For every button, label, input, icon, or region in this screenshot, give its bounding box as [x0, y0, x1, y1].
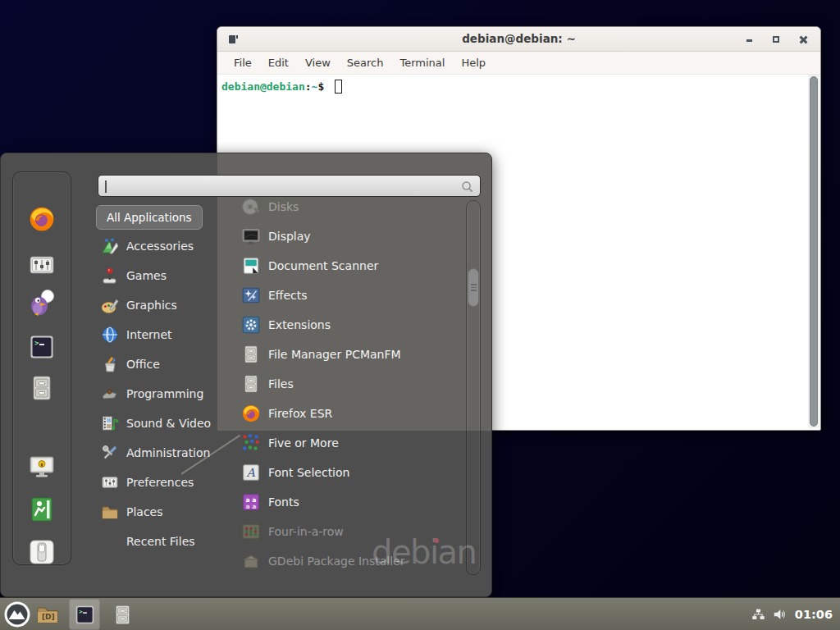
terminal-cursor [335, 80, 342, 94]
app-item-file-manager-pcmanfm[interactable]: File Manager PCManFM [218, 340, 464, 369]
app-item-font-selection[interactable]: AFont Selection [218, 458, 464, 487]
category-label: Programming [126, 387, 203, 400]
app-item-files[interactable]: Files [218, 369, 464, 399]
app-label: Firefox ESR [268, 407, 332, 420]
favorite-terminal[interactable]: > [28, 333, 56, 361]
document-scanner-icon [241, 256, 261, 276]
terminal-scrollbar[interactable] [808, 75, 819, 428]
favorite-pidgin[interactable] [28, 289, 56, 317]
category-games[interactable]: Games [91, 261, 219, 290]
app-item-firefox-esr[interactable]: Firefox ESR [218, 399, 464, 428]
app-item-display[interactable]: Display [218, 221, 464, 251]
menubar-item-file[interactable]: File [226, 54, 260, 71]
minimize-button[interactable] [742, 33, 756, 46]
category-sound-video[interactable]: Sound & Video [91, 409, 219, 438]
terminal-icon: > [28, 333, 56, 361]
menu-scrollbar[interactable] [466, 200, 481, 575]
app-item-four-in-a-row[interactable]: Four-in-a-row [218, 517, 464, 546]
file-cabinet-icon [241, 345, 261, 364]
volume-icon[interactable] [773, 607, 788, 622]
app-item-disks[interactable]: Disks [218, 192, 464, 221]
app-label: File Manager PCManFM [268, 348, 401, 361]
maximize-icon [773, 36, 779, 43]
settings-panel-icon [101, 473, 119, 491]
svg-text:[D]: [D] [42, 613, 55, 621]
app-item-extensions[interactable]: Extensions [218, 310, 464, 340]
games-icon [101, 267, 119, 285]
programming-icon [101, 385, 119, 403]
favorite-firefox[interactable] [28, 205, 56, 233]
app-item-fonts[interactable]: a aa aFonts [218, 487, 464, 517]
taskbar-files-button[interactable] [112, 604, 134, 626]
clock[interactable]: 01:06 [795, 608, 835, 621]
internet-icon [101, 326, 119, 344]
category-internet[interactable]: Internet [91, 320, 219, 349]
favorites-panel: > [12, 171, 71, 565]
office-icon [101, 355, 119, 373]
app-item-document-scanner[interactable]: Document Scanner [218, 251, 464, 281]
app-label: Fonts [268, 495, 299, 509]
category-programming[interactable]: Programming [91, 379, 219, 409]
terminal-scrollbar-thumb[interactable] [810, 76, 818, 427]
menubar-item-view[interactable]: View [297, 54, 339, 71]
close-button[interactable] [797, 33, 810, 46]
system-tray: 01:06 [751, 598, 835, 630]
gdebi-icon [241, 551, 261, 571]
app-label: GDebi Package Installer [268, 555, 404, 568]
taskbar: [D]> 01:06 [0, 597, 840, 630]
favorite-lock-screen[interactable] [28, 453, 56, 481]
network-icon[interactable] [751, 607, 765, 622]
fonts-icon: a aa a [241, 492, 261, 512]
app-item-effects[interactable]: Effects [218, 281, 464, 310]
display-icon [241, 226, 261, 246]
terminal-menubar: FileEditViewSearchTerminalHelp [217, 52, 820, 75]
logout-icon [28, 495, 56, 523]
prompt-separator: : [305, 80, 312, 93]
category-accessories[interactable]: Accessories [91, 231, 219, 261]
favorite-files[interactable] [28, 374, 56, 402]
favorite-logout[interactable] [28, 495, 56, 523]
app-label: Disks [268, 200, 299, 213]
favorite-settings[interactable] [28, 251, 56, 279]
menubar-item-search[interactable]: Search [339, 54, 392, 71]
svg-text:a a: a a [245, 503, 256, 510]
favorite-shutdown[interactable] [28, 538, 56, 566]
svg-text:A: A [246, 466, 256, 479]
app-item-gdebi-package-installer[interactable]: GDebi Package Installer [218, 546, 464, 576]
category-label: Office [126, 358, 160, 371]
firefox-icon [241, 404, 261, 423]
maximize-button[interactable] [769, 33, 783, 46]
menu-scrollbar-thumb[interactable] [468, 268, 479, 307]
font-selection-icon: A [241, 463, 261, 482]
taskbar-file-manager-button[interactable]: [D] [36, 603, 59, 626]
category-recent-files[interactable]: Recent Files [91, 527, 219, 556]
applications-menu: debian > All Applications AccessoriesGam… [0, 153, 492, 597]
category-label: Internet [126, 328, 172, 341]
category-office[interactable]: Office [91, 349, 219, 379]
category-graphics[interactable]: Graphics [91, 290, 219, 320]
menubar-item-edit[interactable]: Edit [260, 54, 297, 71]
folder-d-icon: [D] [36, 603, 59, 626]
category-preferences[interactable]: Preferences [91, 468, 219, 497]
menubar-item-terminal[interactable]: Terminal [391, 54, 453, 71]
taskbar-terminal-button[interactable]: > [69, 599, 100, 630]
app-label: Display [268, 230, 311, 243]
app-item-five-or-more[interactable]: Five or More [218, 428, 464, 458]
category-administration[interactable]: Administration [91, 438, 219, 468]
places-icon [101, 503, 119, 521]
window-controls [729, 33, 810, 46]
terminal-titlebar[interactable]: debian@debian: ~ [217, 27, 820, 52]
category-label: Recent Files [126, 535, 195, 548]
svg-text:>: > [79, 607, 82, 614]
administration-icon [101, 444, 119, 462]
terminal-icon: > [74, 604, 96, 626]
category-places[interactable]: Places [91, 497, 219, 527]
all-applications-button[interactable]: All Applications [96, 205, 203, 230]
menubar-item-help[interactable]: Help [453, 54, 494, 71]
app-label: Files [268, 377, 294, 390]
effects-icon [241, 285, 261, 305]
taskbar-menu-button[interactable] [3, 600, 31, 628]
prompt-symbol: $ [317, 80, 324, 93]
app-label: Four-in-a-row [268, 525, 344, 538]
accessories-icon [101, 237, 119, 255]
